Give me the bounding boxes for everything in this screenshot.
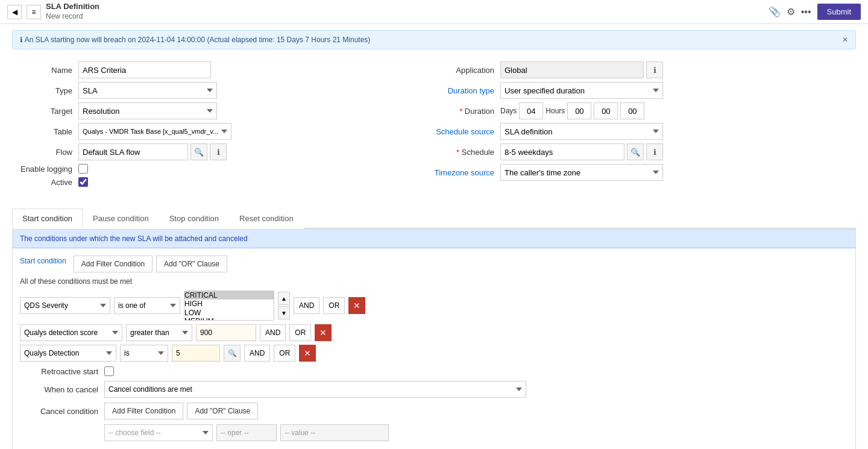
- when-to-cancel-row: When to cancel Cancel conditions are met: [20, 381, 848, 398]
- application-info-button[interactable]: ℹ: [646, 61, 663, 78]
- cancel-add-or-button[interactable]: Add "OR" Clause: [187, 403, 258, 419]
- delete-button-3[interactable]: ✕: [299, 345, 316, 362]
- and-button-2[interactable]: AND: [260, 324, 286, 341]
- delete-button-1[interactable]: ✕: [348, 297, 365, 314]
- header-right: 📎 ⚙ ••• Submit: [769, 4, 861, 20]
- flow-input[interactable]: [78, 143, 188, 160]
- or-button-2[interactable]: OR: [289, 324, 311, 341]
- cancel-condition-row: Cancel condition Add Filter Condition Ad…: [20, 403, 848, 419]
- duration-hours-input[interactable]: [567, 102, 591, 119]
- tab-reset-condition[interactable]: Reset condition: [229, 209, 304, 229]
- when-to-cancel-select[interactable]: Cancel conditions are met: [104, 381, 526, 398]
- filter-field-3[interactable]: Qualys Detection: [20, 345, 116, 362]
- add-or-clause-button[interactable]: Add "OR" Clause: [156, 256, 227, 272]
- form-columns: Name Type SLA Target Resolution: [12, 61, 856, 190]
- and-button-3[interactable]: AND: [244, 345, 270, 362]
- scroll-down-1[interactable]: ▼: [278, 306, 290, 319]
- retroactive-start-row: Retroactive start: [20, 366, 848, 376]
- scroll-up-1[interactable]: ▲: [278, 292, 290, 305]
- filter-field-1[interactable]: QDS Severity: [20, 297, 110, 314]
- main-form: Name Type SLA Target Resolution: [0, 55, 868, 203]
- filter-row-2: Qualys detection score greater than AND …: [20, 324, 848, 341]
- timezone-source-select[interactable]: The caller's time zone: [500, 164, 663, 181]
- tab-pause-condition[interactable]: Pause condition: [83, 209, 159, 229]
- schedule-source-label[interactable]: Schedule source: [434, 127, 494, 136]
- target-select[interactable]: Resolution: [78, 102, 217, 119]
- schedule-label: Schedule: [434, 148, 494, 157]
- filter-value-2[interactable]: [196, 324, 256, 341]
- duration-row: Duration Days Hours: [434, 102, 856, 119]
- duration-seconds-input[interactable]: [620, 102, 644, 119]
- type-label: Type: [12, 86, 72, 95]
- cancel-filter-row: -- choose field -- -- oper -- -- value -…: [104, 424, 848, 441]
- cancel-add-filter-button[interactable]: Add Filter Condition: [104, 403, 183, 419]
- schedule-info-button[interactable]: ℹ: [646, 143, 663, 160]
- tab-start-condition[interactable]: Start condition: [12, 209, 83, 229]
- enable-logging-checkbox[interactable]: [78, 164, 88, 174]
- application-row: Application ℹ: [434, 61, 856, 78]
- name-label: Name: [12, 66, 72, 75]
- retroactive-start-label: Retroactive start: [20, 367, 98, 376]
- schedule-input[interactable]: [500, 143, 624, 160]
- header-title: SLA Definition New record: [46, 2, 99, 21]
- active-checkbox[interactable]: [78, 177, 88, 187]
- duration-label: Duration: [434, 107, 494, 116]
- list-scroll-1: ▲ ▼: [278, 292, 290, 319]
- name-input[interactable]: [78, 61, 211, 78]
- flow-row: Flow 🔍 ℹ: [12, 143, 434, 160]
- schedule-source-select[interactable]: SLA definition: [500, 123, 663, 140]
- header: ◀ ≡ SLA Definition New record 📎 ⚙ ••• Su…: [0, 0, 868, 24]
- filter-value-3[interactable]: [172, 345, 220, 362]
- table-select[interactable]: Qualys - VMDR Task Base [x_qual5_vmdr_v.…: [78, 123, 231, 140]
- active-row: Active: [12, 177, 434, 187]
- duration-type-select[interactable]: User specified duration: [500, 82, 663, 99]
- cancel-choose-field[interactable]: -- choose field --: [104, 424, 213, 441]
- duration-days-input[interactable]: [519, 102, 543, 119]
- filter-operator-2[interactable]: greater than: [126, 324, 192, 341]
- menu-button[interactable]: ≡: [27, 5, 41, 19]
- condition-body: Start condition Add Filter Condition Add…: [13, 248, 855, 449]
- flow-search-button[interactable]: 🔍: [190, 143, 207, 160]
- cancel-condition-label: Cancel condition: [20, 407, 98, 416]
- filter-operator-3[interactable]: is: [120, 345, 168, 362]
- duration-type-label[interactable]: Duration type: [434, 86, 494, 95]
- schedule-row: Schedule 🔍 ℹ: [434, 143, 856, 160]
- alert-close-button[interactable]: ✕: [842, 36, 848, 44]
- cancel-oper-placeholder: -- oper --: [216, 424, 277, 441]
- or-button-3[interactable]: OR: [274, 345, 295, 362]
- filter-value-list-1[interactable]: CRITICAL HIGH LOW MEDIUM: [184, 290, 274, 321]
- delete-button-2[interactable]: ✕: [315, 324, 332, 341]
- flow-info-button[interactable]: ℹ: [210, 143, 227, 160]
- type-row: Type SLA: [12, 82, 434, 99]
- paperclip-icon[interactable]: 📎: [769, 6, 781, 17]
- page-subtitle: New record: [46, 12, 99, 22]
- start-condition-label[interactable]: Start condition: [20, 256, 66, 265]
- target-row: Target Resolution: [12, 102, 434, 119]
- header-submit-button[interactable]: Submit: [817, 4, 861, 20]
- tab-stop-condition[interactable]: Stop condition: [159, 209, 229, 229]
- back-button[interactable]: ◀: [7, 5, 22, 19]
- schedule-search-button[interactable]: 🔍: [627, 143, 644, 160]
- retroactive-start-checkbox[interactable]: [104, 366, 114, 376]
- duration-minutes-input[interactable]: [594, 102, 618, 119]
- timezone-source-label[interactable]: Timezone source: [434, 168, 494, 177]
- timezone-source-row: Timezone source The caller's time zone: [434, 164, 856, 181]
- type-select[interactable]: SLA: [78, 82, 217, 99]
- hours-label: Hours: [546, 107, 565, 115]
- right-column: Application ℹ Duration type User specifi…: [434, 61, 856, 190]
- enable-logging-row: Enable logging: [12, 164, 434, 174]
- or-button-1[interactable]: OR: [323, 297, 345, 314]
- filter-field-2[interactable]: Qualys detection score: [20, 324, 122, 341]
- and-button-1[interactable]: AND: [294, 297, 319, 314]
- filter-search-button-3[interactable]: 🔍: [224, 345, 241, 362]
- table-row: Table Qualys - VMDR Task Base [x_qual5_v…: [12, 123, 434, 140]
- enable-logging-label: Enable logging: [12, 165, 72, 174]
- settings-icon[interactable]: ⚙: [787, 6, 795, 17]
- flow-label: Flow: [12, 148, 72, 157]
- filter-operator-1[interactable]: is one of: [114, 297, 180, 314]
- more-icon[interactable]: •••: [801, 7, 811, 17]
- application-input[interactable]: [500, 61, 644, 78]
- page-title: SLA Definition: [46, 2, 99, 12]
- add-filter-condition-button[interactable]: Add Filter Condition: [74, 256, 153, 272]
- condition-info-bar: The conditions under which the new SLA w…: [13, 230, 855, 248]
